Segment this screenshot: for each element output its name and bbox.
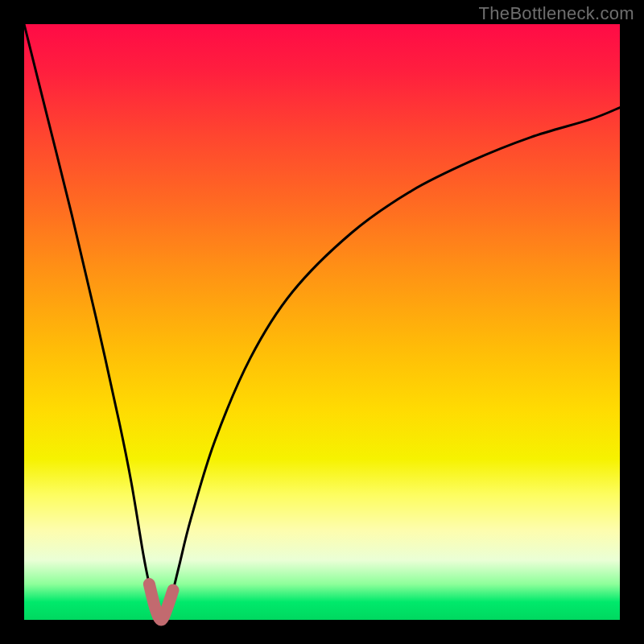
curve-layer [24,24,620,620]
plot-area [24,24,620,620]
bottleneck-curve [24,24,620,620]
optimal-zone-marker [149,584,173,620]
watermark-label: TheBottleneck.com [479,3,634,24]
chart-frame: TheBottleneck.com [0,0,644,644]
